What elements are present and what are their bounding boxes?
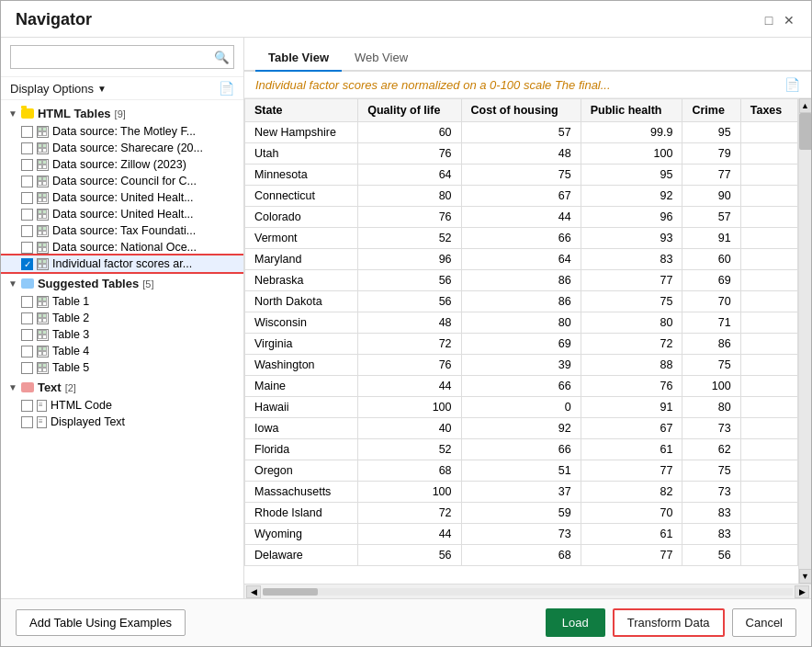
scroll-up-arrow[interactable]: ▲ <box>799 98 812 113</box>
list-item[interactable]: Data source: National Oce... <box>1 239 243 255</box>
table-cell: 57 <box>682 207 740 228</box>
table-cell: 56 <box>682 545 740 566</box>
html-tables-header[interactable]: ▼ HTML Tables [9] <box>1 104 243 123</box>
checkbox-item-5[interactable] <box>21 209 33 221</box>
list-item[interactable]: Table 2 <box>1 310 243 326</box>
checkbox-item-1[interactable] <box>21 142 33 154</box>
checkbox-st-4[interactable] <box>21 362 33 374</box>
suggested-folder-icon <box>21 278 34 289</box>
checkbox-st-3[interactable] <box>21 346 33 358</box>
checkbox-txt-1[interactable] <box>21 416 33 428</box>
table-cell: Wisconsin <box>245 312 358 334</box>
scroll-down-arrow[interactable]: ▼ <box>799 569 812 584</box>
scroll-left-arrow[interactable]: ◀ <box>246 585 261 598</box>
html-tables-section: ▼ HTML Tables [9] Data source: The Motle… <box>1 104 243 272</box>
suggested-tables-header[interactable]: ▼ Suggested Tables [5] <box>1 274 243 293</box>
checkbox-txt-0[interactable] <box>21 400 33 412</box>
tab-table-view[interactable]: Table View <box>255 45 342 72</box>
right-scrollbar: ▲ ▼ <box>798 98 811 584</box>
table-icon <box>37 312 49 324</box>
list-item[interactable]: Data source: Zillow (2023) <box>1 156 243 173</box>
checkbox-st-2[interactable] <box>21 329 33 341</box>
load-button[interactable]: Load <box>546 608 605 637</box>
content-area: 🔍 Display Options ▼ 📄 ▼ HTML Tables <box>1 38 811 598</box>
table-row: Oregon68517775 <box>245 460 798 482</box>
table-row: Rhode Island72597083 <box>245 503 798 524</box>
checkbox-item-3[interactable] <box>21 176 33 187</box>
add-table-button[interactable]: Add Table Using Examples <box>16 609 186 636</box>
checkbox-item-2[interactable] <box>21 159 33 171</box>
item-label: Data source: Council for C... <box>52 175 197 187</box>
checkbox-item-7[interactable] <box>21 242 33 254</box>
text-header[interactable]: ▼ Text [2] <box>1 378 243 397</box>
suggested-tables-label: Suggested Tables <box>38 277 139 290</box>
item-label: Table 1 <box>52 295 89 308</box>
table-cell: 73 <box>682 482 740 503</box>
item-label: Data source: United Healt... <box>52 191 194 204</box>
table-cell: 75 <box>682 355 740 376</box>
list-item[interactable]: Data source: The Motley F... <box>1 123 243 140</box>
table-cell: 91 <box>581 397 682 418</box>
html-folder-icon <box>21 108 34 119</box>
checkbox-st-1[interactable] <box>21 312 33 324</box>
suggested-tables-count: [5] <box>142 278 153 289</box>
scroll-thumb[interactable] <box>799 113 812 150</box>
list-item[interactable]: Data source: United Healt... <box>1 189 243 206</box>
tab-web-view[interactable]: Web View <box>342 45 421 72</box>
list-item[interactable]: Data source: United Healt... <box>1 206 243 222</box>
table-row: Utah764810079 <box>245 143 798 165</box>
checkbox-item-4[interactable] <box>21 192 33 204</box>
list-item[interactable]: Displayed Text <box>1 414 243 430</box>
list-item[interactable]: Table 1 <box>1 293 243 310</box>
table-cell: 82 <box>581 482 682 503</box>
table-row: Maine446676100 <box>245 376 798 397</box>
checkbox-item-8-checked[interactable]: ✓ <box>21 258 33 270</box>
navigator-window: Navigator □ ✕ 🔍 Display Options ▼ 📄 <box>0 0 812 647</box>
table-row: Florida52666162 <box>245 439 798 460</box>
cancel-button[interactable]: Cancel <box>732 608 796 637</box>
table-cell: Utah <box>245 143 358 165</box>
table-icon <box>37 225 49 237</box>
display-options-button[interactable]: Display Options ▼ <box>10 82 107 96</box>
table-cell: 70 <box>682 291 740 312</box>
table-cell: 68 <box>358 460 461 482</box>
close-button[interactable]: ✕ <box>782 13 796 28</box>
table-cell: 76 <box>358 143 461 165</box>
table-cell <box>740 524 797 545</box>
scroll-right-arrow[interactable]: ▶ <box>795 585 809 598</box>
search-input[interactable] <box>11 47 209 68</box>
transform-data-button[interactable]: Transform Data <box>613 608 725 637</box>
table-cell <box>740 503 797 524</box>
table-cell: 62 <box>682 439 740 460</box>
list-item[interactable]: Data source: Council for C... <box>1 173 243 189</box>
checkbox-st-0[interactable] <box>21 296 33 308</box>
new-source-icon-button[interactable]: 📄 <box>219 81 234 96</box>
h-scroll-thumb[interactable] <box>263 588 318 596</box>
text-folder-icon <box>21 382 34 392</box>
list-item[interactable]: Table 5 <box>1 359 243 376</box>
item-label: Table 4 <box>52 345 89 358</box>
table-icon <box>37 176 49 187</box>
selected-list-item[interactable]: ✓ Individual factor scores ar... <box>1 255 243 272</box>
table-icon <box>37 296 49 308</box>
list-item[interactable]: Table 3 <box>1 326 243 343</box>
list-item[interactable]: Data source: Sharecare (20... <box>1 140 243 156</box>
list-item[interactable]: Data source: Tax Foundati... <box>1 222 243 239</box>
checkbox-item-0[interactable] <box>21 126 33 138</box>
search-icon-button[interactable]: 🔍 <box>209 46 233 68</box>
table-cell <box>740 397 797 418</box>
chevron-icon: ▼ <box>8 108 17 119</box>
table-cell: 69 <box>461 334 581 355</box>
list-item[interactable]: HTML Code <box>1 397 243 414</box>
table-cell: Delaware <box>245 545 358 566</box>
minimize-button[interactable]: □ <box>761 13 776 28</box>
table-cell <box>740 122 797 143</box>
table-cell: 100 <box>358 397 461 418</box>
list-item[interactable]: Table 4 <box>1 343 243 359</box>
copy-icon-button[interactable]: 📄 <box>784 77 800 92</box>
table-cell: Iowa <box>245 418 358 439</box>
chevron-icon: ▼ <box>8 382 17 392</box>
checkbox-item-6[interactable] <box>21 225 33 237</box>
search-input-wrap: 🔍 <box>10 45 234 69</box>
table-cell <box>740 186 797 207</box>
